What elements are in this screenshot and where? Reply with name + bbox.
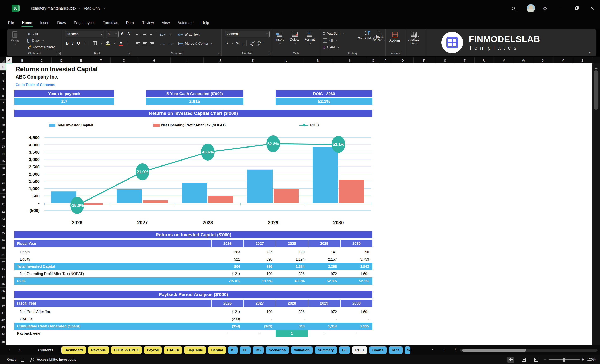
row-header-16[interactable]: 16 xyxy=(0,165,6,172)
wrap-text-button[interactable]: ab↩ Wrap Text xyxy=(178,33,199,36)
sheet-tab-payroll[interactable]: Payroll xyxy=(144,346,162,354)
year-header[interactable]: 2029 xyxy=(308,300,340,307)
row-header-34[interactable]: 34 xyxy=(0,273,6,280)
value-cell[interactable]: 1,194 xyxy=(276,256,308,263)
sheet-tab-dashboard[interactable]: Dashboard xyxy=(61,346,86,354)
value-cell[interactable]: 972 xyxy=(308,270,340,277)
column-header-T[interactable]: T xyxy=(455,57,475,64)
horizontal-scrollbar[interactable] xyxy=(460,349,598,352)
user-avatar[interactable] xyxy=(527,4,535,12)
row-header-25[interactable]: 25 xyxy=(0,230,6,237)
column-header-F[interactable]: F xyxy=(91,57,111,64)
value-cell[interactable]: 506 xyxy=(276,270,308,277)
align-center-icon[interactable] xyxy=(143,42,147,45)
sheet-tab-sc[interactable]: Sc xyxy=(405,346,410,354)
number-dialog-launcher[interactable]: ↘ xyxy=(268,52,272,55)
restore-window-button[interactable] xyxy=(573,5,580,12)
row-header-38[interactable]: 38 xyxy=(0,295,6,302)
value-cell[interactable]: 283 xyxy=(211,248,243,256)
value-cell[interactable]: 804 xyxy=(211,263,243,270)
sheet-tab-cf[interactable]: CF xyxy=(240,346,251,354)
value-cell[interactable]: 3,842 xyxy=(340,263,372,270)
sheet-tab-is[interactable]: IS xyxy=(228,346,238,354)
row-header-8[interactable]: 8 xyxy=(0,107,6,114)
percent-format-button[interactable]: % xyxy=(236,41,239,46)
new-sheet-button[interactable]: + xyxy=(442,347,446,353)
font-size-select[interactable]: 8∨ xyxy=(106,31,119,37)
value-cell[interactable]: - xyxy=(308,330,340,337)
value-cell[interactable]: 1,314 xyxy=(308,323,340,330)
ribbon-tab-draw[interactable]: Draw xyxy=(53,19,70,27)
comma-format-button[interactable]: , xyxy=(242,40,244,46)
column-header-P[interactable]: P xyxy=(379,57,392,64)
ribbon-tab-review[interactable]: Review xyxy=(138,19,158,27)
vertical-scroll-thumb[interactable] xyxy=(594,71,598,110)
sheet-tab-be[interactable]: BE xyxy=(339,346,350,354)
select-all-corner[interactable] xyxy=(0,57,6,64)
row-header-11[interactable]: 11 xyxy=(0,128,6,136)
toc-hyperlink[interactable]: Go to Table of Contents xyxy=(16,83,55,87)
row-header-43[interactable]: 43 xyxy=(0,324,6,331)
kpi-value-1[interactable]: 2,915 xyxy=(146,98,243,105)
macro-record-icon[interactable] xyxy=(21,355,24,364)
column-header-G[interactable]: G xyxy=(111,57,138,64)
row-header-45[interactable]: 45 xyxy=(0,338,6,346)
format-painter-button[interactable]: Format Painter xyxy=(28,44,55,50)
close-window-button[interactable] xyxy=(589,5,595,12)
value-cell[interactable]: 190 xyxy=(276,248,308,256)
value-cell[interactable]: - xyxy=(308,315,340,323)
value-cell[interactable]: 698 xyxy=(243,256,276,263)
autosum-button[interactable]: ΣAutoSum∨ xyxy=(323,31,345,37)
accessibility-status[interactable]: Accessibility: Investigate xyxy=(37,355,76,364)
borders-button[interactable] xyxy=(93,41,97,45)
value-cell[interactable]: 3,753 xyxy=(340,256,372,263)
year-header[interactable]: 2030 xyxy=(340,240,372,247)
minimize-button[interactable] xyxy=(557,5,564,12)
addins-button[interactable]: Add-ins xyxy=(389,32,401,42)
clipboard-dialog-launcher[interactable]: ↘ xyxy=(57,52,61,55)
row-header-10[interactable]: 10 xyxy=(0,121,6,128)
value-cell[interactable]: 936 xyxy=(243,263,276,270)
value-cell[interactable]: 506 xyxy=(276,308,308,315)
number-format-select[interactable]: General∨ xyxy=(225,31,270,37)
ribbon-tab-insert[interactable]: Insert xyxy=(36,19,53,27)
row-header-19[interactable]: 19 xyxy=(0,186,6,194)
sheet-tab-kpis[interactable]: KPIs xyxy=(389,346,403,354)
row-header-35[interactable]: 35 xyxy=(0,280,6,288)
row-header-7[interactable]: 7 xyxy=(0,100,6,107)
year-header[interactable]: 2026 xyxy=(211,240,243,247)
sheet-tab-revenue[interactable]: Revenue xyxy=(88,346,109,354)
value-cell[interactable]: 52.1% xyxy=(340,277,372,285)
increase-decimal-button[interactable]: ←.0.00 xyxy=(250,40,254,46)
fill-button[interactable]: ↓Fill∨ xyxy=(323,37,345,44)
row-header-12[interactable]: 12 xyxy=(0,136,6,143)
ribbon-tab-file[interactable]: File xyxy=(4,19,18,27)
zoom-in-button[interactable]: + xyxy=(581,355,584,364)
row-headers[interactable]: 1234578910111213141516171819202122232425… xyxy=(0,64,6,346)
sheet-tab-charts[interactable]: Charts xyxy=(369,346,387,354)
value-cell[interactable]: 190 xyxy=(243,270,276,277)
ribbon-tab-help[interactable]: Help xyxy=(197,19,213,27)
row-header-23[interactable]: 23 xyxy=(0,215,6,222)
year-header[interactable]: 2028 xyxy=(276,240,308,247)
value-cell[interactable]: 1 xyxy=(276,330,308,337)
column-header-R[interactable]: R xyxy=(413,57,435,64)
align-top-icon[interactable] xyxy=(136,33,140,36)
align-middle-icon[interactable] xyxy=(143,33,147,36)
value-cell[interactable]: 521 xyxy=(211,256,243,263)
row-header-30[interactable]: 30 xyxy=(0,244,6,251)
value-cell[interactable]: 237 xyxy=(243,248,276,256)
value-cell[interactable]: 1,601 xyxy=(340,270,372,277)
row-header-31[interactable]: 31 xyxy=(0,251,6,259)
font-color-button[interactable]: A xyxy=(119,41,123,46)
ribbon-tab-formulas[interactable]: Formulas xyxy=(99,19,122,27)
column-header-Z[interactable]: Z xyxy=(573,57,592,64)
ribbon-tab-data[interactable]: Data xyxy=(122,19,138,27)
clear-button[interactable]: ◇Clear∨ xyxy=(323,44,345,50)
row-header-28[interactable]: 28 xyxy=(0,237,6,244)
row-header-21[interactable]: 21 xyxy=(0,201,6,208)
shrink-font-button[interactable]: Aˇ xyxy=(127,31,131,36)
spreadsheet-canvas[interactable]: Returns on Invested Capital ABC Company … xyxy=(6,64,592,346)
value-cell[interactable]: 141 xyxy=(308,248,340,256)
column-header-X[interactable]: X xyxy=(534,57,553,64)
